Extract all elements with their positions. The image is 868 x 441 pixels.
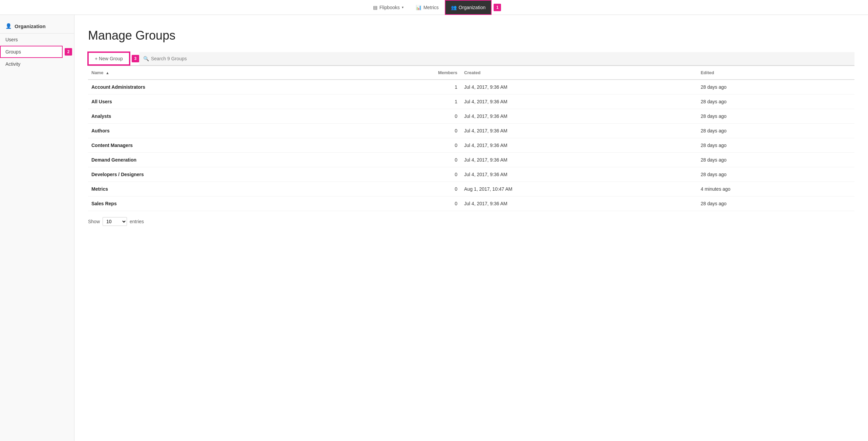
entries-label: entries — [130, 219, 144, 224]
sidebar-item-groups[interactable]: Groups — [0, 46, 63, 58]
group-created: Jul 4, 2017, 9:36 AM — [461, 94, 697, 109]
group-created: Jul 4, 2017, 9:36 AM — [461, 153, 697, 167]
nav-flipbooks[interactable]: ▤ Flipbooks ▾ — [367, 0, 410, 15]
col-members: Members — [349, 66, 461, 80]
table-row[interactable]: Demand Generation 0 Jul 4, 2017, 9:36 AM… — [88, 153, 854, 167]
group-edited: 4 minutes ago — [697, 182, 854, 196]
group-created: Jul 4, 2017, 9:36 AM — [461, 109, 697, 124]
group-members: 0 — [349, 124, 461, 138]
table-footer: Show 10 25 50 100 entries — [88, 217, 854, 226]
search-container: 🔍 — [139, 52, 854, 65]
group-edited: 28 days ago — [697, 124, 854, 138]
col-created: Created — [461, 66, 697, 80]
top-nav: ▤ Flipbooks ▾ 📊 Metrics 👥 Organization 1 — [0, 0, 868, 15]
sort-arrow-name: ▲ — [106, 71, 109, 75]
group-created: Jul 4, 2017, 9:36 AM — [461, 138, 697, 153]
sidebar-title: 👤 Organization — [0, 19, 74, 34]
table-body: Account Administrators 1 Jul 4, 2017, 9:… — [88, 80, 854, 211]
group-edited: 28 days ago — [697, 94, 854, 109]
group-edited: 28 days ago — [697, 138, 854, 153]
table-row[interactable]: Authors 0 Jul 4, 2017, 9:36 AM 28 days a… — [88, 124, 854, 138]
table-row[interactable]: Account Administrators 1 Jul 4, 2017, 9:… — [88, 80, 854, 94]
nav-organization[interactable]: 👥 Organization — [445, 0, 492, 15]
entries-select[interactable]: 10 25 50 100 — [103, 217, 127, 226]
group-name: Metrics — [88, 182, 349, 196]
group-name: Analysts — [88, 109, 349, 124]
page-title: Manage Groups — [88, 28, 854, 43]
table-header: Name ▲ Members Created Edited — [88, 66, 854, 80]
group-name: Demand Generation — [88, 153, 349, 167]
new-group-label: + New Group — [95, 56, 123, 61]
group-edited: 28 days ago — [697, 167, 854, 182]
step-badge-2: 2 — [65, 48, 72, 56]
group-created: Jul 4, 2017, 9:36 AM — [461, 196, 697, 211]
group-name: Authors — [88, 124, 349, 138]
toolbar: + New Group 3 🔍 — [88, 52, 854, 66]
col-edited: Edited — [697, 66, 854, 80]
group-name: Account Administrators — [88, 80, 349, 94]
table-row[interactable]: Metrics 0 Aug 1, 2017, 10:47 AM 4 minute… — [88, 182, 854, 196]
table-row[interactable]: Content Managers 0 Jul 4, 2017, 9:36 AM … — [88, 138, 854, 153]
search-input[interactable] — [151, 56, 850, 61]
groups-table: Name ▲ Members Created Edited Account A — [88, 66, 854, 211]
group-members: 0 — [349, 153, 461, 167]
group-members: 0 — [349, 109, 461, 124]
step-badge-1: 1 — [494, 4, 501, 11]
group-name: Sales Reps — [88, 196, 349, 211]
metrics-icon: 📊 — [416, 5, 421, 10]
group-name: All Users — [88, 94, 349, 109]
flipbooks-icon: ▤ — [373, 5, 377, 10]
group-created: Jul 4, 2017, 9:36 AM — [461, 124, 697, 138]
page-layout: 👤 Organization Users Groups 2 Activity M… — [0, 15, 868, 441]
step-badge-3: 3 — [132, 55, 139, 62]
table-row[interactable]: Sales Reps 0 Jul 4, 2017, 9:36 AM 28 day… — [88, 196, 854, 211]
group-members: 0 — [349, 196, 461, 211]
group-members: 0 — [349, 182, 461, 196]
show-label: Show — [88, 219, 100, 224]
sidebar: 👤 Organization Users Groups 2 Activity — [0, 15, 74, 441]
search-icon: 🔍 — [143, 56, 149, 61]
sidebar-item-users[interactable]: Users — [0, 34, 74, 46]
group-created: Jul 4, 2017, 9:36 AM — [461, 167, 697, 182]
group-name: Content Managers — [88, 138, 349, 153]
organization-icon: 👥 — [451, 5, 457, 10]
sidebar-title-icon: 👤 — [5, 23, 12, 29]
group-edited: 28 days ago — [697, 196, 854, 211]
group-edited: 28 days ago — [697, 109, 854, 124]
group-name: Developers / Designers — [88, 167, 349, 182]
flipbooks-dropdown-icon: ▾ — [402, 5, 404, 9]
group-created: Aug 1, 2017, 10:47 AM — [461, 182, 697, 196]
group-created: Jul 4, 2017, 9:36 AM — [461, 80, 697, 94]
group-edited: 28 days ago — [697, 80, 854, 94]
group-members: 1 — [349, 94, 461, 109]
col-name[interactable]: Name ▲ — [88, 66, 349, 80]
group-members: 0 — [349, 167, 461, 182]
new-group-button[interactable]: + New Group — [88, 52, 130, 65]
table-row[interactable]: All Users 1 Jul 4, 2017, 9:36 AM 28 days… — [88, 94, 854, 109]
main-content: Manage Groups + New Group 3 🔍 Name ▲ — [74, 15, 868, 441]
nav-flipbooks-label: Flipbooks — [379, 5, 400, 10]
table-row[interactable]: Analysts 0 Jul 4, 2017, 9:36 AM 28 days … — [88, 109, 854, 124]
nav-organization-label: Organization — [459, 5, 485, 10]
group-members: 1 — [349, 80, 461, 94]
sidebar-item-activity[interactable]: Activity — [0, 58, 74, 70]
sidebar-title-text: Organization — [15, 23, 46, 29]
group-members: 0 — [349, 138, 461, 153]
table-row[interactable]: Developers / Designers 0 Jul 4, 2017, 9:… — [88, 167, 854, 182]
nav-metrics[interactable]: 📊 Metrics — [410, 0, 445, 15]
group-edited: 28 days ago — [697, 153, 854, 167]
nav-metrics-label: Metrics — [424, 5, 439, 10]
